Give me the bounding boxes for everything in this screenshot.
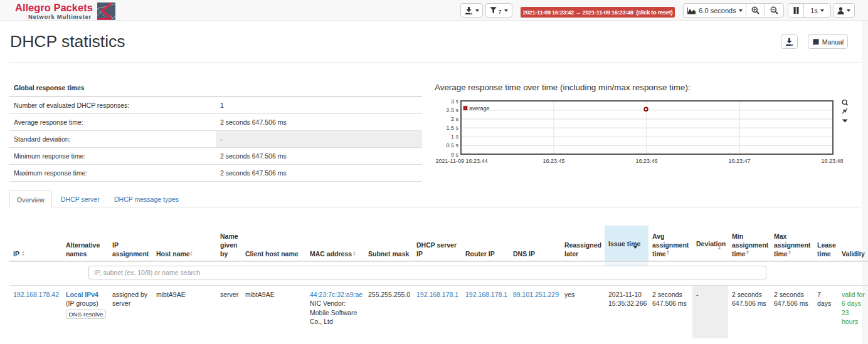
svg-text:2021-11-09 16:23:44: 2021-11-09 16:23:44 bbox=[436, 158, 488, 164]
svg-text:2 s: 2 s bbox=[451, 116, 459, 122]
svg-text:1.5 s: 1.5 s bbox=[446, 125, 458, 131]
svg-text:16:23:47: 16:23:47 bbox=[728, 158, 750, 164]
svg-text:0 s: 0 s bbox=[451, 152, 459, 158]
svg-text:16:23:48: 16:23:48 bbox=[821, 158, 843, 164]
svg-text:16:23:45: 16:23:45 bbox=[542, 158, 564, 164]
svg-text:3 s: 3 s bbox=[451, 98, 459, 105]
svg-text:1 s: 1 s bbox=[451, 133, 459, 140]
svg-text:average: average bbox=[469, 105, 490, 112]
svg-text:16:23:46: 16:23:46 bbox=[635, 158, 657, 164]
svg-text:2.5 s: 2.5 s bbox=[446, 107, 458, 113]
svg-text:0.5 s: 0.5 s bbox=[446, 142, 458, 149]
